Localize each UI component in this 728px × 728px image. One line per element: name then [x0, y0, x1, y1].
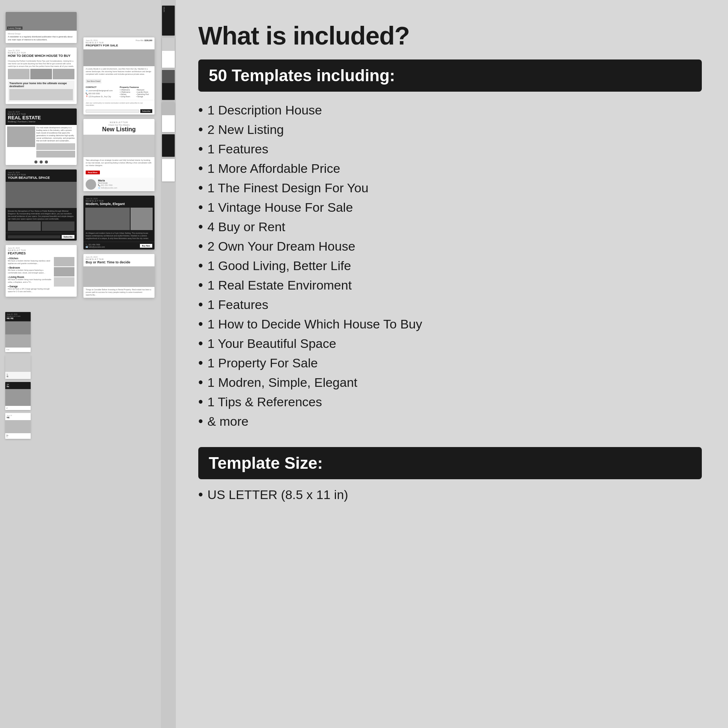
- prop-title: PROPERTY FOR SALE: [86, 44, 118, 47]
- bor-title: Buy or Rent: Time to decide: [86, 260, 152, 265]
- bullet-item: 1 Description House: [198, 102, 702, 118]
- bullet-item: 1 How to Decide Which House To Buy: [198, 316, 702, 332]
- templates-banner: 50 Templates including:: [198, 60, 702, 92]
- size-list: US LETTER (8.5 x 11 in): [198, 487, 702, 502]
- bullet-item: 1 Tips & References: [198, 394, 702, 410]
- bullet-item: 1 Modren, Simple, Elegant: [198, 375, 702, 390]
- main-heading: What is included?: [198, 23, 702, 49]
- prop-price: $150,000: [144, 39, 152, 41]
- template-real-estate[interactable]: June 20, 2024 NEWSLETTER REAL ESTATE Bui…: [6, 109, 77, 165]
- right-panel: What is included? 50 Templates including…: [176, 0, 728, 728]
- size-banner: Template Size:: [198, 447, 702, 479]
- bullet-item: 1 Real Estate Enviroment: [198, 277, 702, 293]
- bullet-item: 1 Property For Sale: [198, 355, 702, 371]
- mse-title: Modern, Simple, Elegant: [86, 202, 152, 206]
- bullet-item: 1 Vintage House For Sale: [198, 199, 702, 215]
- template-how-to-decide[interactable]: June 20, 2024 NEWSLETTER HOW TO DECIDE W…: [6, 47, 77, 104]
- bullet-item: 1 More Affordable Price: [198, 161, 702, 176]
- template-size-section: Template Size: US LETTER (8.5 x 11 in): [198, 447, 702, 502]
- bullet-item: 1 Your Beautiful Space: [198, 336, 702, 351]
- size-item: US LETTER (8.5 x 11 in): [198, 487, 702, 502]
- template-beautiful-space[interactable]: June 20, 2024 NEWSLETTER YOUR BEAUTIFUL …: [6, 170, 77, 240]
- nl-subtitle: Check Out This Week's: [86, 124, 152, 126]
- bullet-item: 1 The Finest Design For You: [198, 180, 702, 196]
- template-new-listing[interactable]: NEWSLETTER Check Out This Week's New Lis…: [83, 119, 154, 191]
- nl-person-name: Maria: [98, 179, 117, 182]
- template-buy-or-rent-bottom[interactable]: June 20, 2024 NEWSLETTER Buy or Rent: Ti…: [83, 254, 154, 298]
- bullet-item: & more: [198, 413, 702, 429]
- bullet-item: 1 Good Living, Better Life: [198, 258, 702, 274]
- nl-title: New Listing: [86, 127, 152, 132]
- side-preview-2[interactable]: N G: [5, 355, 31, 379]
- space-title: YOUR BEAUTIFUL SPACE: [8, 176, 75, 180]
- re-subtitle: Building | Furniture | Interior: [8, 121, 75, 123]
- nl-nl: NEWSLETTER: [86, 121, 152, 124]
- leftmost-previews: SPA SPE ...: [161, 0, 176, 728]
- template-luxury-design[interactable]: Luxury Design Minimal Design A newslette…: [6, 12, 77, 43]
- bullet-item: 1 Features: [198, 141, 702, 157]
- re-title: REAL ESTATE: [8, 115, 75, 120]
- bullet-item: 2 Own Your Dream House: [198, 238, 702, 254]
- features-title: FEATURES: [8, 251, 75, 255]
- side-preview-3[interactable]: Ma Re al: [5, 382, 31, 410]
- bullet-item: 2 New Listing: [198, 122, 702, 137]
- bullet-list: 1 Description House2 New Listing1 Featur…: [198, 102, 702, 429]
- side-preview-space[interactable]: June 20, 2024 NEWSLETTER NE RE Low...: [5, 312, 31, 352]
- decide-title: HOW TO DECIDE WHICH HOUSE TO BUY: [8, 54, 75, 58]
- luxury-desc: A newsletter is a regularly distributed …: [8, 35, 75, 41]
- template-modern-simple[interactable]: June 20, 2024 NEWSLETTER Modern, Simple,…: [83, 196, 154, 250]
- luxury-label: Luxury Design: [8, 27, 21, 29]
- left-panel: Luxury Design Minimal Design A newslette…: [0, 0, 161, 728]
- side-preview-4[interactable]: June 20 NE Ma Re: [5, 413, 31, 439]
- template-property-for-sale[interactable]: June 20, 2024 NEWSLETTER PROPERTY FOR SA…: [83, 37, 154, 115]
- transform-title: Transform your home into the ultimate es…: [9, 82, 73, 88]
- bullet-item: 1 Features: [198, 297, 702, 312]
- template-features[interactable]: June 20, 2024 NEWSLETTER FEATURES • Kitc…: [6, 245, 77, 297]
- bullet-item: 4 Buy or Rent: [198, 219, 702, 234]
